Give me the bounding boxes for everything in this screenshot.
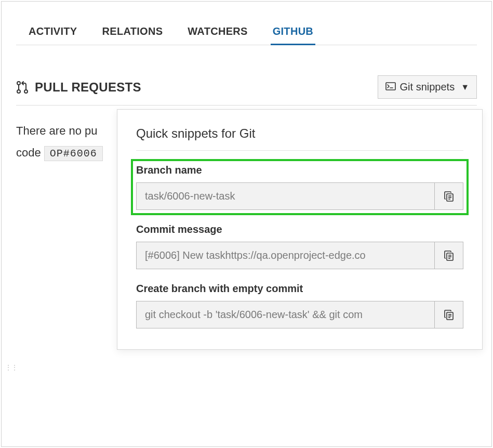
copy-icon: [444, 309, 454, 321]
copy-create-branch-button[interactable]: [434, 301, 463, 328]
chevron-down-icon: ▼: [461, 83, 469, 92]
svg-point-1: [17, 90, 20, 93]
tab-github[interactable]: GITHUB: [273, 21, 313, 45]
copy-commit-button[interactable]: [434, 242, 463, 269]
git-snippets-button[interactable]: Git snippets ▼: [378, 75, 477, 99]
svg-point-2: [24, 90, 28, 93]
branch-name-label: Branch name: [136, 164, 463, 176]
work-package-code: OP#6006: [44, 146, 103, 161]
git-snippets-popover: Quick snippets for Git Branch name: [117, 109, 483, 350]
terminal-icon: [385, 81, 396, 93]
git-snippets-label: Git snippets: [400, 81, 455, 93]
branch-name-field: Branch name: [136, 164, 463, 210]
pull-request-icon: [16, 81, 29, 94]
popover-title: Quick snippets for Git: [136, 126, 463, 151]
drag-handle-icon[interactable]: ⋮⋮: [5, 363, 17, 372]
tab-activity[interactable]: ACTIVITY: [29, 21, 77, 45]
tab-watchers[interactable]: WATCHERS: [188, 21, 247, 45]
branch-name-input[interactable]: [136, 182, 434, 210]
commit-message-label: Commit message: [136, 223, 463, 235]
create-branch-label: Create branch with empty commit: [136, 283, 463, 295]
tabs: ACTIVITY RELATIONS WATCHERS GITHUB: [16, 21, 477, 45]
tab-relations[interactable]: RELATIONS: [102, 21, 163, 45]
svg-rect-4: [386, 83, 395, 90]
svg-point-0: [17, 82, 20, 85]
copy-branch-button[interactable]: [434, 182, 463, 210]
create-branch-input[interactable]: [136, 301, 434, 328]
section-header: PULL REQUESTS Git snippets ▼: [16, 75, 477, 106]
copy-icon: [444, 250, 454, 261]
commit-message-input[interactable]: [136, 242, 434, 269]
commit-message-field: Commit message: [136, 223, 463, 269]
section-title: PULL REQUESTS: [35, 80, 141, 95]
copy-icon: [444, 191, 454, 202]
create-branch-field: Create branch with empty commit: [136, 283, 463, 328]
